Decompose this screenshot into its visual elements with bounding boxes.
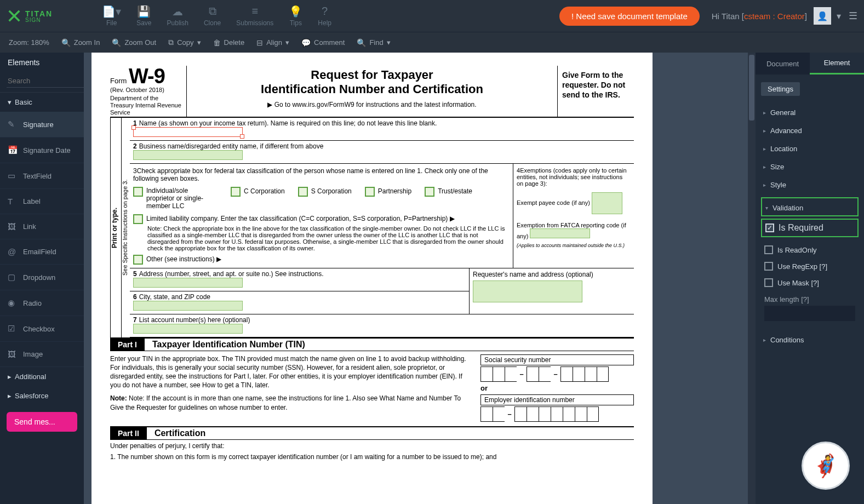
opt-use-regexp[interactable]: Use RegExp [?]	[761, 258, 859, 274]
properties-panel: Document Element Settings ▸General ▸Adva…	[756, 53, 864, 504]
section-salesforce[interactable]: ▸Salesforce	[0, 386, 84, 405]
chk-ccorp[interactable]	[231, 187, 241, 197]
delete-button[interactable]: 🗑Delete	[213, 38, 245, 47]
cert-line1: 1. The number shown on this form is my c…	[110, 453, 634, 461]
cert-intro: Under penalties of perjury, I certify th…	[110, 442, 634, 450]
tin-note: Note: If the account is in more than one…	[110, 394, 461, 411]
user-menu-chevron[interactable]: ▾	[837, 11, 841, 21]
line3-text: Check appropriate box for federal tax cl…	[133, 167, 488, 182]
tab-document[interactable]: Document	[756, 53, 810, 75]
comment-button[interactable]: 💬Comment	[301, 38, 345, 47]
element-radio[interactable]: ◉Radio	[0, 290, 84, 316]
save-alert[interactable]: ! Need save document template	[559, 7, 700, 26]
element-emailfield[interactable]: @EmailField	[0, 239, 84, 265]
acc-general[interactable]: ▸General	[761, 104, 859, 122]
part2-title: Certification	[147, 428, 205, 438]
user-greeting: Hi Titan [csteam : Creator]	[712, 12, 807, 21]
avatar[interactable]: 👤	[814, 7, 831, 25]
form-title: Request for TaxpayerIdentification Numbe…	[192, 68, 552, 96]
chk-trust[interactable]	[425, 187, 434, 197]
ssn-label: Social security number	[480, 354, 634, 365]
section-basic[interactable]: ▾Basic	[0, 93, 84, 112]
settings-tab[interactable]: Settings	[761, 82, 800, 96]
section-additional[interactable]: ▸Additional	[0, 367, 84, 386]
document-page: Form W-9 (Rev. October 2018) Department …	[91, 53, 653, 504]
document-canvas[interactable]: Form W-9 (Rev. October 2018) Department …	[84, 53, 756, 504]
zoom-out-button[interactable]: 🔍Zoom Out	[112, 38, 156, 47]
file-menu[interactable]: 📄▾File	[102, 5, 121, 27]
toolbar-actions: 📄▾File 💾Save ☁Publish ⧉Clone ≡Submission…	[102, 5, 331, 27]
opt-is-required[interactable]: ✓Is Required	[761, 219, 859, 237]
acc-conditions[interactable]: ▸Conditions	[761, 331, 859, 349]
line6-text: City, state, and ZIP code	[139, 293, 210, 301]
elements-panel: Elements 🔍 ▾Basic ✎Signature 📅Signature …	[0, 53, 84, 504]
elements-title: Elements	[0, 53, 84, 72]
publish-button[interactable]: ☁Publish	[167, 5, 188, 27]
maxlen-label: Max length [?]	[764, 295, 809, 303]
ein-label: Employer identification number	[480, 394, 634, 405]
acc-advanced[interactable]: ▸Advanced	[761, 122, 859, 140]
chk-other[interactable]	[133, 255, 143, 265]
element-dropdown[interactable]: ▢Dropdown	[0, 265, 84, 290]
part1-tag: Part I	[110, 339, 145, 351]
opt-is-readonly[interactable]: Is ReadOnly	[761, 242, 859, 258]
element-textfield[interactable]: ▭TextField	[0, 163, 84, 189]
form-dept: Department of the Treasury Internal Reve…	[110, 95, 183, 117]
requester-field[interactable]	[473, 280, 582, 302]
form-number: W-9	[129, 65, 165, 88]
address-field[interactable]	[133, 278, 243, 288]
form-label: Form	[110, 77, 127, 85]
account-field[interactable]	[133, 324, 243, 334]
maxlen-input[interactable]	[764, 306, 855, 321]
acc-style[interactable]: ▸Style	[761, 176, 859, 194]
chk-individual[interactable]	[133, 187, 143, 197]
requester-text: Requester's name and address (optional)	[473, 271, 593, 278]
find-button[interactable]: 🔍Find ▾	[357, 38, 390, 47]
instructions-label: See Specific Instructions on page 3.	[121, 118, 130, 337]
fatca-field[interactable]	[530, 228, 590, 238]
line7-text: List account number(s) here (optional)	[139, 316, 250, 324]
element-signature[interactable]: ✎Signature	[0, 112, 84, 138]
top-bar: TITANSIGN 📄▾File 💾Save ☁Publish ⧉Clone ≡…	[0, 0, 864, 32]
submissions-button[interactable]: ≡Submissions	[236, 5, 273, 27]
scrollbar[interactable]	[748, 53, 756, 504]
zoom-in-button[interactable]: 🔍Zoom In	[61, 38, 100, 47]
acc-size[interactable]: ▸Size	[761, 158, 859, 176]
chk-scorp[interactable]	[298, 187, 308, 197]
hamburger-icon[interactable]: ☰	[849, 10, 857, 22]
element-checkbox[interactable]: ☑Checkbox	[0, 316, 84, 342]
opt-use-mask[interactable]: Use Mask [?]	[761, 274, 859, 291]
part2-tag: Part II	[110, 427, 147, 439]
save-button[interactable]: 💾Save	[136, 5, 151, 27]
name-field-selected[interactable]	[133, 127, 243, 137]
acc-validation[interactable]: ▾Validation	[764, 202, 855, 214]
send-message-button[interactable]: Send mes...	[7, 412, 77, 432]
ssn-boxes[interactable]: – –	[480, 366, 634, 382]
element-image[interactable]: 🖼Image	[0, 342, 84, 367]
zoom-level: Zoom: 180%	[9, 38, 49, 47]
acc-location[interactable]: ▸Location	[761, 140, 859, 158]
element-label[interactable]: TLabel	[0, 189, 84, 214]
help-button[interactable]: ?Help	[318, 5, 331, 27]
chk-partnership[interactable]	[365, 187, 375, 197]
chk-llc[interactable]	[133, 214, 143, 224]
or-text: or	[480, 384, 634, 392]
line2-text: Business name/disregarded entity name, i…	[139, 142, 324, 150]
align-button[interactable]: ⊟Align ▾	[256, 38, 289, 47]
exempt-payee-field[interactable]	[592, 192, 622, 214]
element-signature-date[interactable]: 📅Signature Date	[0, 138, 84, 163]
line5-text: Address (number, street, and apt. or sui…	[139, 270, 324, 278]
city-field[interactable]	[133, 301, 243, 311]
tips-button[interactable]: 💡Tips	[289, 5, 302, 27]
clone-button[interactable]: ⧉Clone	[204, 5, 221, 27]
sub-toolbar: Zoom: 180% 🔍Zoom In 🔍Zoom Out ⧉Copy ▾ 🗑D…	[0, 32, 864, 53]
give-form-note: Give Form to the requester. Do not send …	[557, 66, 634, 117]
element-link[interactable]: 🖼Link	[0, 214, 84, 239]
tab-element[interactable]: Element	[810, 53, 864, 75]
copy-button[interactable]: ⧉Copy ▾	[168, 38, 201, 47]
business-name-field[interactable]	[133, 150, 243, 160]
ein-boxes[interactable]: –	[480, 406, 634, 422]
tin-text: Enter your TIN in the appropriate box. T…	[110, 355, 466, 390]
fatca-note: (Applies to accounts maintained outside …	[517, 243, 631, 248]
mascot-icon[interactable]: 🦸	[802, 442, 850, 490]
